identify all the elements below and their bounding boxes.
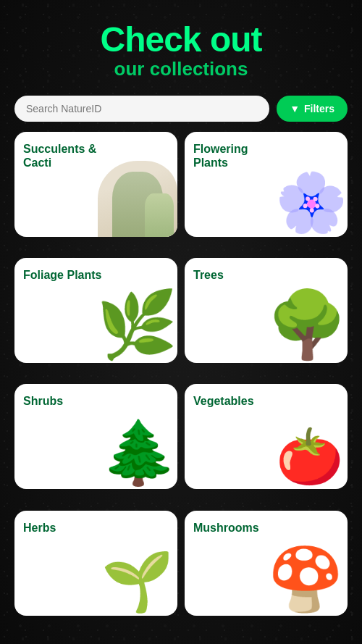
card-label-vegetables: Vegetables xyxy=(193,394,274,408)
card-foliage-plants[interactable]: Foliage Plants xyxy=(14,258,177,363)
card-succulents-cacti[interactable]: Succulents & Cacti xyxy=(14,132,177,237)
card-flowering-plants[interactable]: Flowering Plants xyxy=(185,132,348,237)
filter-label: Filters xyxy=(304,103,334,114)
header: Check out our collections xyxy=(14,22,348,81)
page-container: Check out our collections ▼ Filters Succ… xyxy=(0,0,362,644)
card-shrubs[interactable]: Shrubs xyxy=(14,384,177,489)
card-mushrooms[interactable]: Mushrooms xyxy=(185,511,348,616)
card-label-succulents-cacti: Succulents & Cacti xyxy=(23,142,104,170)
card-vegetables[interactable]: Vegetables xyxy=(185,384,348,489)
search-row: ▼ Filters xyxy=(14,96,348,122)
card-image-vegetables xyxy=(253,409,348,489)
card-image-herbs xyxy=(83,536,177,616)
card-image-shrubs xyxy=(83,409,177,489)
collection-grid: Succulents & CactiFlowering PlantsFoliag… xyxy=(14,132,348,630)
header-subtitle: our collections xyxy=(14,58,348,80)
filter-icon: ▼ xyxy=(290,103,300,114)
header-title: Check out xyxy=(14,22,348,58)
card-image-foliage-plants xyxy=(83,283,177,363)
card-label-flowering-plants: Flowering Plants xyxy=(193,142,274,170)
card-image-trees xyxy=(253,283,348,363)
card-label-trees: Trees xyxy=(193,268,274,282)
card-image-mushrooms xyxy=(253,536,348,616)
card-label-shrubs: Shrubs xyxy=(23,394,104,408)
card-herbs[interactable]: Herbs xyxy=(14,511,177,616)
card-trees[interactable]: Trees xyxy=(185,258,348,363)
card-label-herbs: Herbs xyxy=(23,521,104,535)
card-label-mushrooms: Mushrooms xyxy=(193,521,274,535)
filter-button[interactable]: ▼ Filters xyxy=(277,96,348,122)
card-label-foliage-plants: Foliage Plants xyxy=(23,268,104,282)
search-input[interactable] xyxy=(14,96,269,122)
